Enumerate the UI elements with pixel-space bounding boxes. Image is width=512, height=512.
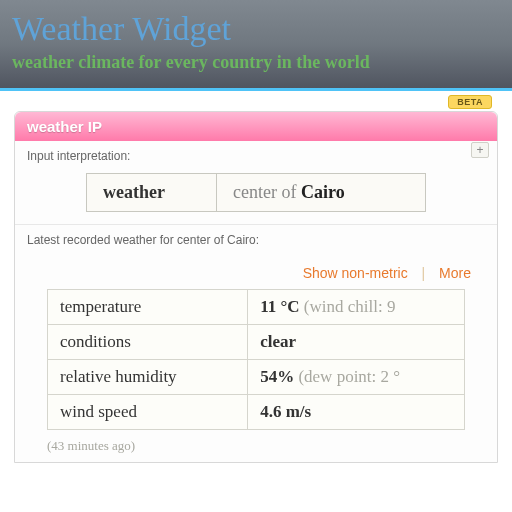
content-area: BETA weather IP + Input interpretation: …	[0, 88, 512, 463]
results-label: Latest recorded weather for center of Ca…	[27, 233, 485, 247]
interpretation-section: Input interpretation: weather center of …	[15, 141, 497, 225]
row-label: wind speed	[48, 394, 248, 429]
interp-location: center of Cairo	[216, 173, 426, 212]
row-label: temperature	[48, 289, 248, 324]
page-title: Weather Widget	[12, 10, 500, 48]
expand-button[interactable]: +	[471, 142, 489, 158]
table-row: conditions clear	[48, 324, 465, 359]
weather-table: temperature 11 °C (wind chill: 9 conditi…	[47, 289, 465, 430]
results-section: Latest recorded weather for center of Ca…	[15, 225, 497, 462]
row-value: 54% (dew point: 2 °	[248, 359, 465, 394]
table-row: temperature 11 °C (wind chill: 9	[48, 289, 465, 324]
page-header: Weather Widget weather climate for every…	[0, 0, 512, 88]
row-value: 11 °C (wind chill: 9	[248, 289, 465, 324]
interp-location-prefix: center of	[233, 182, 301, 202]
result-actions: Show non-metric | More	[27, 257, 485, 289]
beta-badge: BETA	[448, 95, 492, 109]
row-label: relative humidity	[48, 359, 248, 394]
interpretation-label: Input interpretation:	[27, 149, 485, 163]
table-row: relative humidity 54% (dew point: 2 °	[48, 359, 465, 394]
timestamp: (43 minutes ago)	[27, 430, 485, 462]
interp-location-name: Cairo	[301, 182, 345, 202]
interp-keyword: weather	[86, 173, 216, 212]
table-row: wind speed 4.6 m/s	[48, 394, 465, 429]
widget-titlebar: weather IP	[15, 112, 497, 141]
action-separator: |	[422, 265, 426, 281]
row-value: 4.6 m/s	[248, 394, 465, 429]
page-subtitle: weather climate for every country in the…	[12, 52, 500, 74]
show-nonmetric-link[interactable]: Show non-metric	[303, 265, 408, 281]
row-label: conditions	[48, 324, 248, 359]
weather-widget: weather IP + Input interpretation: weath…	[14, 111, 498, 463]
more-link[interactable]: More	[439, 265, 471, 281]
row-value: clear	[248, 324, 465, 359]
interpretation-row: weather center of Cairo	[27, 173, 485, 212]
widget-title: weather IP	[27, 118, 102, 135]
